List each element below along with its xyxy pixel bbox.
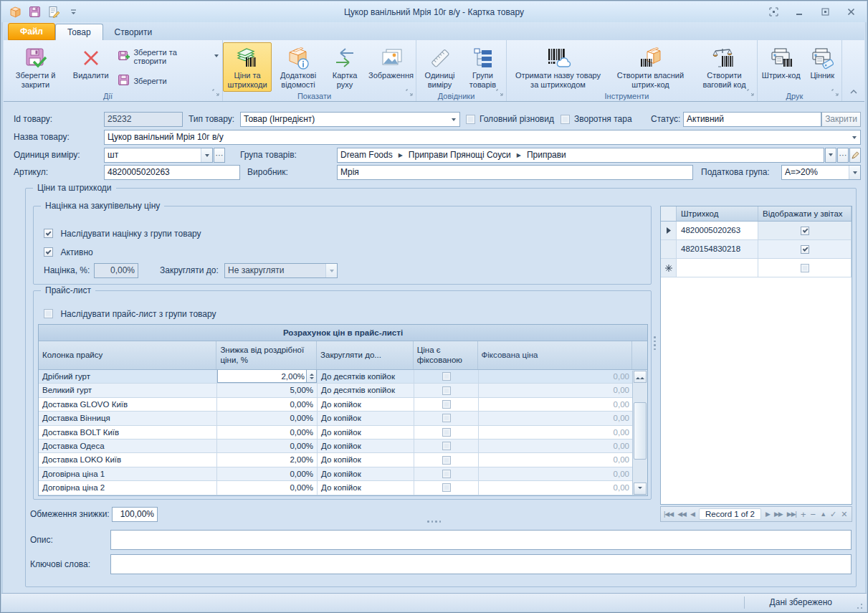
show-in-reports-checkbox[interactable] bbox=[801, 227, 809, 235]
table-row[interactable]: Договірна ціна 1 0,00% До копійок 0,00 bbox=[39, 467, 647, 481]
close-status-button[interactable]: Закрити bbox=[821, 112, 861, 127]
col-header-discount[interactable]: Знижка від роздрібної ціни, % bbox=[216, 341, 317, 369]
fixed-checkbox[interactable] bbox=[442, 400, 451, 409]
type-combo[interactable]: Товар (Інгредієнт) bbox=[240, 112, 460, 127]
nav-edit-icon[interactable]: ▲ bbox=[820, 510, 826, 518]
close-icon[interactable] bbox=[844, 6, 858, 18]
horizontal-splitter[interactable] bbox=[427, 521, 441, 523]
vertical-splitter[interactable] bbox=[654, 336, 656, 350]
barcode-row[interactable]: 4820005020263 bbox=[661, 222, 852, 240]
inherit-pricelist-checkbox[interactable] bbox=[44, 309, 53, 318]
tax-combo[interactable]: A=>20% bbox=[781, 165, 861, 180]
print-barcode-button[interactable]: Штрих-код bbox=[759, 42, 803, 83]
nav-prev-icon[interactable]: ◀ bbox=[690, 510, 695, 518]
group-browse-button[interactable]: ⋯ bbox=[837, 148, 849, 163]
table-row[interactable]: Доставка GLOVO Київ 0,00% До копійок 0,0… bbox=[39, 398, 647, 412]
show-in-reports-checkbox[interactable] bbox=[801, 245, 809, 254]
create-own-barcode-button[interactable]: Створити власний штрих-код bbox=[609, 42, 693, 92]
fixed-checkbox[interactable] bbox=[442, 386, 451, 395]
col-header-fixed-flag[interactable]: Ціна є фіксованою bbox=[414, 341, 478, 369]
breadcrumb-segment[interactable]: Dream Foods bbox=[340, 150, 393, 160]
references-dialog-launcher-icon[interactable] bbox=[496, 86, 503, 99]
table-row[interactable]: Доставка BOLT Київ 0,00% До копійок 0,00 bbox=[39, 426, 647, 439]
collapse-ribbon-icon[interactable] bbox=[849, 85, 859, 98]
fixed-checkbox[interactable] bbox=[442, 442, 451, 450]
show-in-reports-column-header[interactable]: Відображати у звітах bbox=[758, 206, 852, 221]
producer-field[interactable]: Мрія bbox=[337, 165, 693, 180]
show-in-reports-checkbox[interactable] bbox=[801, 264, 809, 272]
table-row[interactable]: Великий гурт 5,00% До десятків копійок 0… bbox=[39, 384, 647, 397]
table-row[interactable]: Доставка Вінниця 0,00% До копійок 0,00 bbox=[39, 412, 647, 425]
nav-next-page-icon[interactable]: ▶▶ bbox=[774, 510, 783, 518]
unit-combo[interactable]: шт bbox=[104, 148, 213, 163]
fullscreen-icon[interactable] bbox=[766, 6, 781, 18]
save-create-dropdown-icon[interactable] bbox=[214, 54, 219, 60]
edit-document-icon[interactable] bbox=[47, 6, 60, 19]
nav-delete-icon[interactable]: − bbox=[811, 509, 816, 520]
col-header-rounding[interactable]: Закругляти до... bbox=[317, 341, 414, 369]
main-variant-checkbox[interactable] bbox=[466, 115, 475, 124]
barcode-row[interactable]: 4820154830218 bbox=[661, 240, 852, 259]
returnable-checkbox[interactable] bbox=[561, 115, 570, 124]
table-row[interactable]: Договірна ціна 2 0,00% До копійок 0,00 bbox=[39, 481, 647, 495]
fixed-checkbox[interactable] bbox=[442, 470, 451, 478]
status-field[interactable]: Активний bbox=[683, 112, 821, 127]
discount-limit-field[interactable]: 100,00% bbox=[112, 507, 158, 522]
scrollbar-thumb[interactable] bbox=[634, 402, 647, 460]
description-field[interactable] bbox=[110, 530, 852, 550]
unit-dropdown-icon[interactable] bbox=[201, 148, 212, 162]
save-icon[interactable] bbox=[28, 6, 41, 19]
delete-button[interactable]: Видалити bbox=[67, 42, 114, 83]
units-button[interactable]: Одиниці виміру bbox=[419, 42, 461, 92]
maximize-icon[interactable] bbox=[818, 6, 832, 18]
group-breadcrumb[interactable]: Dream Foods▶Приправи Прянощі Соуси▶Припр… bbox=[337, 148, 824, 163]
name-field[interactable]: Цукор ванільний Мрія 10г в/у bbox=[104, 130, 861, 145]
col-header-column[interactable]: Колонка прайсу bbox=[39, 341, 216, 369]
discount-spinner[interactable] bbox=[306, 370, 316, 382]
inherit-markup-checkbox[interactable] bbox=[44, 229, 53, 238]
scroll-down-icon[interactable] bbox=[634, 483, 647, 495]
nav-add-icon[interactable]: + bbox=[801, 509, 806, 520]
breadcrumb-segment[interactable]: Приправи bbox=[527, 150, 566, 160]
tax-dropdown-icon[interactable] bbox=[849, 166, 860, 179]
barcode-new-row[interactable] bbox=[661, 259, 852, 277]
image-button[interactable]: Зображення bbox=[366, 42, 416, 83]
nav-prev-page-icon[interactable]: ◀◀ bbox=[677, 510, 686, 518]
minimize-icon[interactable] bbox=[792, 6, 806, 18]
fixed-checkbox[interactable] bbox=[442, 428, 451, 437]
extra-info-button[interactable]: Додаткові відомості bbox=[273, 42, 323, 92]
keywords-field[interactable] bbox=[110, 554, 852, 574]
get-name-by-barcode-button[interactable]: Отримати назву товару за штрихкодом bbox=[510, 42, 607, 92]
sku-field[interactable]: 4820005020263 bbox=[104, 165, 240, 180]
save-button[interactable]: Зберегти bbox=[115, 72, 221, 89]
nav-last-icon[interactable]: ▶▶| bbox=[787, 510, 796, 518]
discount-edit-field[interactable]: 2,00% bbox=[217, 370, 317, 383]
group-dropdown-button[interactable] bbox=[825, 148, 836, 163]
save-and-close-button[interactable]: Зберегти й закрити bbox=[5, 42, 66, 92]
nav-next-icon[interactable]: ▶ bbox=[766, 510, 770, 518]
active-checkbox[interactable] bbox=[44, 247, 53, 257]
create-weight-code-button[interactable]: Створити ваговий код bbox=[695, 42, 755, 92]
scroll-up-icon[interactable] bbox=[634, 371, 647, 383]
tools-dialog-launcher-icon[interactable] bbox=[747, 86, 754, 99]
table-row[interactable]: Доставка LOKO Київ 2,00% До копійок 0,00 bbox=[39, 453, 647, 467]
fixed-checkbox[interactable] bbox=[442, 414, 451, 422]
table-row[interactable]: Дрібний гурт 2,00% До десятків копійок 0… bbox=[39, 370, 647, 384]
unit-browse-button[interactable]: ⋯ bbox=[214, 148, 225, 163]
product-card-icon[interactable] bbox=[9, 6, 22, 19]
barcode-column-header[interactable]: Штрихкод bbox=[677, 206, 758, 221]
nav-first-icon[interactable]: |◀◀ bbox=[664, 510, 673, 518]
table-scrollbar[interactable] bbox=[632, 371, 647, 495]
actions-dialog-launcher-icon[interactable] bbox=[212, 86, 219, 99]
nav-post-icon[interactable]: ✓ bbox=[830, 510, 836, 519]
show-dialog-launcher-icon[interactable] bbox=[406, 86, 413, 99]
name-dropdown-icon[interactable] bbox=[849, 130, 860, 144]
fixed-checkbox[interactable] bbox=[442, 372, 451, 381]
tab-file[interactable]: Файл bbox=[8, 23, 55, 40]
movement-card-button[interactable]: Картка руху bbox=[325, 42, 365, 92]
fixed-checkbox[interactable] bbox=[442, 456, 451, 465]
resize-grip[interactable] bbox=[854, 600, 862, 609]
tab-product[interactable]: Товар bbox=[55, 24, 103, 40]
save-and-create-button[interactable]: Зберегти та створити bbox=[115, 47, 221, 67]
print-dialog-launcher-icon[interactable] bbox=[831, 86, 839, 99]
